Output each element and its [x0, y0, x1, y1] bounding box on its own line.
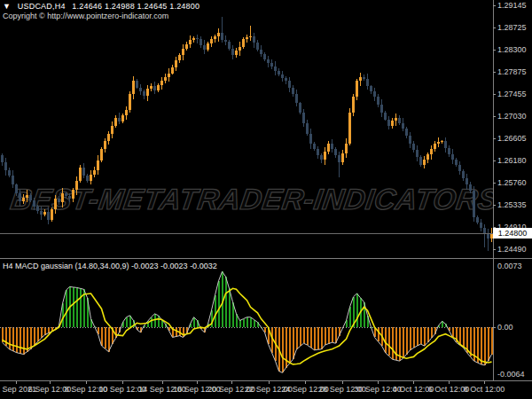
candle-body — [114, 118, 117, 126]
candle-body — [1, 155, 4, 162]
candle-body — [160, 81, 163, 85]
candle-body — [79, 168, 82, 181]
macd-histogram-bar — [44, 327, 46, 335]
candle-body — [288, 81, 291, 87]
price-axis-label: 1.25760 — [497, 178, 527, 187]
macd-histogram-bar — [246, 317, 248, 327]
candle-body — [217, 33, 220, 36]
macd-histogram-bar — [491, 327, 493, 354]
candle-body — [387, 120, 390, 126]
candle-body — [345, 144, 348, 153]
candle-body — [136, 81, 138, 87]
price-axis-label: 1.25335 — [497, 200, 527, 209]
candle-body — [65, 193, 67, 196]
macd-histogram-bar — [218, 281, 220, 327]
macd-histogram-bar — [250, 317, 252, 327]
candlestick-plot — [0, 0, 493, 258]
candle-body — [398, 118, 401, 123]
macd-histogram-bar — [431, 327, 433, 338]
price-axis-label: 1.29145 — [497, 1, 527, 10]
candle-body — [68, 196, 71, 199]
candle-body — [51, 209, 53, 220]
candle-body — [476, 217, 479, 223]
candle-body — [267, 59, 270, 63]
candle-body — [370, 86, 372, 91]
price-chart-area[interactable]: BEST-METATRADER-INDICATORS.COM — [0, 0, 493, 258]
candle-body — [246, 37, 248, 39]
macd-histogram-bar — [332, 327, 333, 342]
candle-body — [359, 77, 362, 82]
candle-body — [462, 171, 465, 178]
candle-body — [409, 136, 411, 144]
macd-histogram-bar — [271, 327, 273, 353]
candle-body — [380, 105, 383, 113]
price-axis-tick — [493, 160, 496, 161]
macd-histogram-bar — [225, 277, 227, 327]
candle-body — [295, 94, 298, 103]
candle-body — [192, 38, 195, 40]
candle-body — [384, 113, 387, 120]
macd-histogram-bar — [16, 327, 18, 353]
macd-histogram-bar — [80, 288, 82, 327]
candle-body — [33, 200, 35, 207]
indicator-axis-label: -0.0064 — [497, 370, 525, 379]
candle-body — [171, 67, 174, 74]
time-axis-tick — [197, 381, 198, 384]
candle-body — [178, 55, 181, 60]
price-axis-tick — [493, 50, 496, 51]
macd-histogram-bar — [303, 327, 305, 343]
macd-histogram-bar — [239, 320, 241, 327]
candle-body — [82, 168, 85, 176]
macd-histogram-bar — [108, 327, 110, 352]
candle-body — [391, 121, 394, 126]
candle-body — [426, 154, 429, 160]
macd-histogram-bar — [392, 327, 394, 359]
candle-body — [207, 43, 209, 50]
candle-body — [36, 207, 39, 211]
time-axis-tick — [122, 381, 123, 384]
candle-body — [451, 154, 454, 160]
indicator-axis-label: 0.0073 — [497, 262, 522, 270]
candle-body — [153, 86, 156, 90]
candle-body — [341, 153, 344, 162]
candle-body — [331, 144, 333, 149]
indicator-separator-top[interactable] — [0, 258, 532, 259]
macd-histogram-bar — [73, 287, 74, 327]
indicator-panel[interactable] — [0, 260, 493, 380]
candle-body — [270, 63, 273, 66]
candle-body — [196, 38, 199, 39]
candle-body — [185, 44, 188, 49]
candle-body — [175, 60, 177, 67]
macd-histogram-bar — [105, 327, 106, 348]
candle-body — [480, 223, 482, 228]
time-axis-tick — [50, 381, 51, 384]
candle-body — [8, 170, 11, 176]
candle-body — [338, 155, 340, 162]
candle-body — [54, 199, 57, 209]
candle-body — [458, 165, 461, 171]
macd-histogram-bar — [403, 327, 404, 358]
time-axis[interactable]: 2 Sep 20216 Sep 12:008 Sep 12:0010 Sep 1… — [0, 381, 532, 399]
candle-body — [72, 190, 74, 199]
macd-histogram-bar — [321, 327, 323, 349]
candle-body — [164, 77, 167, 82]
candle-body — [210, 39, 213, 43]
price-axis-label: 1.28725 — [497, 23, 527, 32]
macd-histogram-bar — [222, 271, 223, 327]
candle-body — [26, 195, 28, 197]
candle-body — [416, 150, 419, 157]
candle-body — [231, 49, 234, 55]
candle-body — [419, 157, 422, 165]
candle-body — [423, 160, 426, 165]
current-price-line — [0, 233, 493, 234]
candle-body — [107, 134, 110, 142]
candle-body — [402, 123, 404, 129]
time-axis-tick — [449, 381, 450, 384]
candle-body — [58, 199, 60, 202]
candle-body — [313, 144, 316, 149]
price-axis-label: 1.28300 — [497, 45, 527, 54]
candle-body — [143, 91, 145, 96]
candle-body — [263, 54, 266, 59]
candle-body — [320, 155, 323, 160]
mt4-chart-window: BEST-METATRADER-INDICATORS.COM ▼ USDCAD,… — [0, 0, 532, 399]
